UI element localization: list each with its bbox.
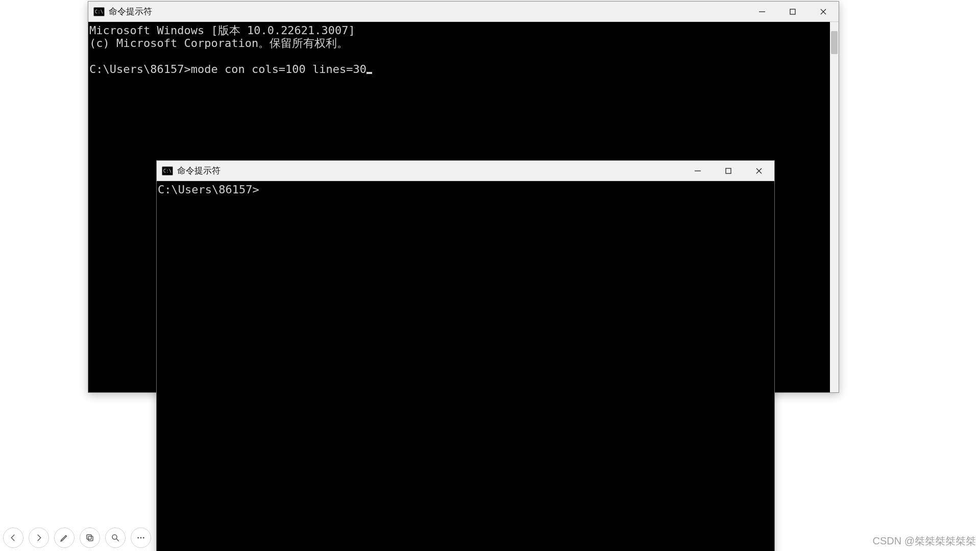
window-controls: [747, 2, 839, 21]
scrollbar-thumb[interactable]: [831, 31, 838, 54]
minimize-icon: [694, 167, 701, 174]
terminal-prompt: C:\Users\86157>: [158, 183, 259, 196]
ellipsis-icon: [136, 533, 145, 542]
more-button[interactable]: [131, 528, 151, 548]
minimize-button[interactable]: [682, 161, 713, 181]
cmd-window-front: C:\ 命令提示符 C:\Users\86157>: [156, 160, 775, 551]
close-button[interactable]: [744, 161, 774, 181]
terminal-output[interactable]: C:\Users\86157>: [157, 181, 774, 551]
chevron-right-icon: [34, 533, 43, 542]
window-title: 命令提示符: [109, 6, 747, 17]
close-icon: [755, 167, 763, 174]
svg-rect-8: [88, 536, 93, 541]
copy-icon: [85, 533, 94, 542]
maximize-icon: [789, 8, 796, 15]
window-controls: [682, 161, 774, 181]
cmd-app-icon: C:\: [162, 166, 173, 176]
image-viewer-toolbar: [3, 528, 151, 548]
svg-point-13: [140, 537, 142, 539]
svg-rect-5: [726, 168, 731, 173]
pencil-icon: [60, 533, 69, 542]
svg-point-12: [137, 537, 139, 539]
edit-button[interactable]: [54, 528, 75, 548]
terminal-line: Microsoft Windows [版本 10.0.22621.3007]: [89, 24, 355, 37]
watermark: CSDN @桀桀桀桀桀桀: [872, 534, 976, 548]
svg-point-10: [112, 535, 117, 539]
chevron-left-icon: [9, 533, 18, 542]
minimize-icon: [758, 8, 766, 15]
terminal-line: (c) Microsoft Corporation。保留所有权利。: [89, 37, 348, 49]
terminal-cursor: [366, 72, 372, 74]
svg-rect-1: [790, 9, 795, 14]
scrollbar[interactable]: [830, 22, 839, 392]
terminal-prompt: C:\Users\86157>: [89, 63, 191, 76]
maximize-button[interactable]: [713, 161, 744, 181]
minimize-button[interactable]: [747, 2, 777, 21]
close-icon: [820, 8, 827, 15]
titlebar[interactable]: C:\ 命令提示符: [157, 161, 774, 181]
close-button[interactable]: [808, 2, 839, 21]
prev-button[interactable]: [3, 528, 23, 548]
zoom-button[interactable]: [105, 528, 126, 548]
terminal-command: mode con cols=100 lines=30: [191, 63, 366, 76]
window-title: 命令提示符: [177, 165, 682, 177]
next-button[interactable]: [29, 528, 49, 548]
copy-button[interactable]: [80, 528, 100, 548]
titlebar[interactable]: C:\ 命令提示符: [88, 2, 839, 22]
magnifier-icon: [111, 533, 120, 542]
svg-rect-9: [87, 535, 91, 539]
cmd-app-icon: C:\: [93, 7, 105, 16]
svg-line-11: [116, 539, 119, 541]
maximize-icon: [725, 167, 732, 174]
maximize-button[interactable]: [777, 2, 808, 21]
svg-point-14: [143, 537, 144, 539]
